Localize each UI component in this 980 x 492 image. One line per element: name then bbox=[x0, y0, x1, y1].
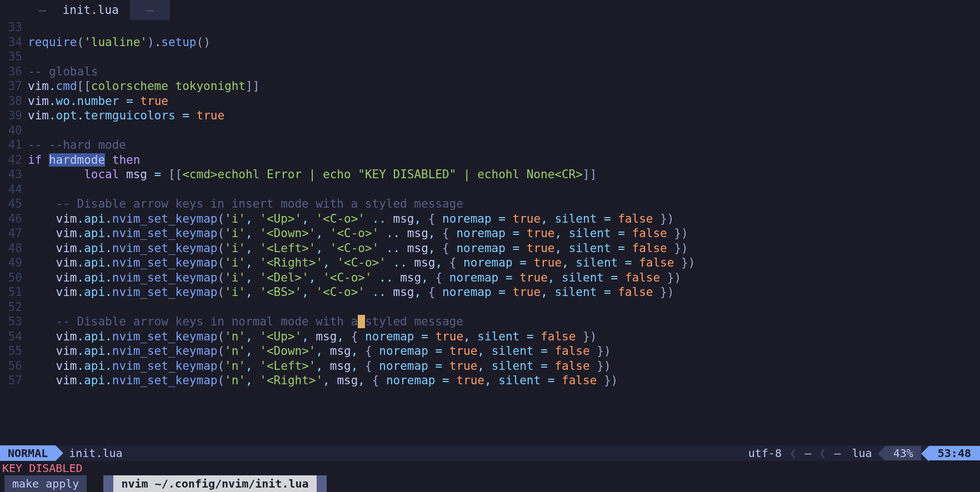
code-line[interactable]: vim.api.nvim_set_keymap('i', '<Left>', '… bbox=[28, 241, 980, 256]
tmux-window-1[interactable]: make apply bbox=[4, 475, 87, 492]
tab-sep-left: — bbox=[33, 3, 52, 18]
line-number: 41 bbox=[0, 138, 22, 153]
message-line: KEY DISABLED bbox=[0, 461, 980, 475]
code-line[interactable]: vim.api.nvim_set_keymap('n', '<Down>', m… bbox=[28, 344, 980, 359]
line-number: 37 bbox=[0, 79, 22, 94]
code-line[interactable]: -- Disable arrow keys in normal mode wit… bbox=[28, 314, 980, 329]
code-area[interactable]: require('lualine').setup()-- globalsvim.… bbox=[27, 20, 980, 445]
code-line[interactable]: if hardmode then bbox=[28, 153, 980, 168]
chevron-left-icon: ❮ bbox=[787, 446, 799, 461]
mode-indicator: NORMAL bbox=[0, 445, 56, 461]
tab-sep-right: — bbox=[141, 3, 159, 18]
line-number: 50 bbox=[0, 270, 22, 285]
line-number: 40 bbox=[0, 123, 22, 138]
line-number: 46 bbox=[0, 212, 22, 227]
line-number: 57 bbox=[0, 373, 22, 388]
tabline: — init.lua — bbox=[0, 0, 980, 20]
code-line[interactable] bbox=[28, 300, 980, 315]
statusline-position: 53:48 bbox=[929, 446, 980, 461]
tab-init-lua[interactable]: init.lua bbox=[52, 0, 130, 20]
line-number: 44 bbox=[0, 182, 22, 197]
code-line[interactable]: vim.api.nvim_set_keymap('i', '<Down>', '… bbox=[28, 226, 980, 241]
line-number: 36 bbox=[0, 64, 22, 79]
statusline-filename: init.lua bbox=[56, 445, 133, 461]
code-line[interactable]: vim.api.nvim_set_keymap('i', '<Up>', '<C… bbox=[28, 212, 980, 227]
chevron-left-icon: ❮ bbox=[817, 446, 828, 461]
line-number: 54 bbox=[0, 329, 22, 344]
code-line[interactable]: vim.api.nvim_set_keymap('i', '<Right>', … bbox=[28, 255, 980, 270]
line-number: 33 bbox=[0, 20, 22, 35]
line-number: 48 bbox=[0, 241, 22, 256]
editor[interactable]: 3334353637383940414243444546474849505152… bbox=[0, 20, 980, 445]
line-number: 42 bbox=[0, 153, 22, 168]
code-line[interactable]: require('lualine').setup() bbox=[28, 35, 980, 50]
code-line[interactable] bbox=[28, 123, 980, 138]
line-number: 38 bbox=[0, 94, 22, 109]
code-line[interactable] bbox=[28, 182, 980, 197]
line-number: 45 bbox=[0, 197, 22, 212]
line-number: 55 bbox=[0, 344, 22, 359]
code-line[interactable]: local msg = [[<cmd>echohl Error | echo "… bbox=[28, 167, 980, 182]
code-line[interactable]: vim.opt.termguicolors = true bbox=[28, 108, 980, 123]
code-line[interactable]: vim.api.nvim_set_keymap('n', '<Up>', msg… bbox=[28, 329, 980, 344]
code-line[interactable]: vim.api.nvim_set_keymap('i', '<Del>', '<… bbox=[28, 270, 980, 285]
line-number: 43 bbox=[0, 167, 22, 182]
statusline: NORMAL init.lua utf-8 ❮ — ❮ — lua 43% 53… bbox=[0, 445, 980, 461]
code-line[interactable]: vim.api.nvim_set_keymap('n', '<Left>', m… bbox=[28, 359, 980, 374]
statusline-sep: — bbox=[799, 446, 817, 461]
code-line[interactable]: -- Disable arrow keys in insert mode wit… bbox=[28, 197, 980, 212]
code-line[interactable]: -- --hard mode bbox=[28, 138, 980, 153]
code-line[interactable] bbox=[28, 49, 980, 64]
tab-empty[interactable]: — bbox=[130, 0, 171, 20]
line-number: 49 bbox=[0, 255, 22, 270]
tmux-bar: make apply nvim ~/.config/nvim/init.lua bbox=[0, 475, 980, 492]
statusline-sep2: — bbox=[828, 446, 846, 461]
code-line[interactable]: vim.api.nvim_set_keymap('n', '<Right>', … bbox=[28, 373, 980, 388]
line-number: 51 bbox=[0, 285, 22, 300]
line-number: 35 bbox=[0, 49, 22, 64]
line-number: 34 bbox=[0, 35, 22, 50]
code-line[interactable]: -- globals bbox=[28, 64, 980, 79]
statusline-encoding: utf-8 bbox=[743, 446, 787, 461]
line-number: 52 bbox=[0, 300, 22, 315]
line-number-gutter: 3334353637383940414243444546474849505152… bbox=[0, 20, 27, 445]
line-number: 53 bbox=[0, 314, 22, 329]
code-line[interactable]: vim.wo.number = true bbox=[28, 94, 980, 109]
code-line[interactable] bbox=[28, 20, 980, 35]
line-number: 47 bbox=[0, 226, 22, 241]
code-line[interactable]: vim.api.nvim_set_keymap('i', '<BS>', '<C… bbox=[28, 285, 980, 300]
line-number: 56 bbox=[0, 359, 22, 374]
statusline-filetype: lua bbox=[847, 446, 878, 461]
code-line[interactable]: vim.cmd[[colorscheme tokyonight]] bbox=[28, 79, 980, 94]
statusline-percent: 43% bbox=[886, 446, 921, 461]
tmux-window-2-active[interactable]: nvim ~/.config/nvim/init.lua bbox=[113, 475, 316, 492]
line-number: 39 bbox=[0, 108, 22, 123]
